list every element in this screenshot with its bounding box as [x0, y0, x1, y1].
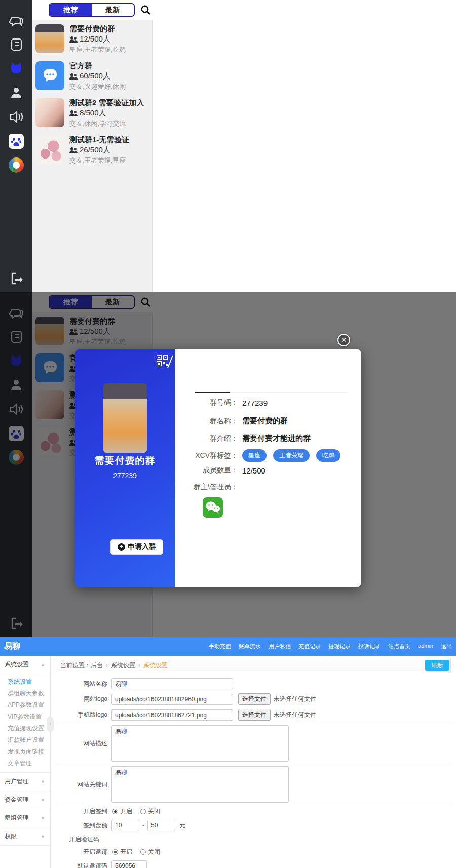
menu-label: 资金管理: [5, 796, 29, 804]
menu-label: 用户管理: [5, 777, 29, 786]
radio-label: 关闭: [148, 848, 160, 856]
close-icon[interactable]: ✕: [337, 334, 350, 346]
signin-open-radio[interactable]: [112, 809, 118, 814]
logout-icon[interactable]: [0, 271, 32, 286]
nav-manual-recharge[interactable]: 手动充值: [209, 643, 231, 650]
group-avatar-cat-large: [103, 383, 147, 453]
tencent-news-icon[interactable]: [0, 157, 32, 173]
groups-icon-active[interactable]: [0, 60, 32, 76]
form-row-signin: 开启签到 开启 关闭: [56, 805, 451, 818]
nav-logout[interactable]: 退出: [441, 643, 452, 650]
admin-header: 易聊 手动充值 账单流水 用户私信 充值记录 提现记录 投诉记录 站点首页 ad…: [0, 637, 456, 656]
nav-withdraw-records[interactable]: 提现记录: [328, 643, 351, 650]
tag-pill[interactable]: 王者荣耀: [273, 449, 310, 462]
field-label: 网站名称: [56, 680, 107, 688]
tab-bar: 推荐 最新: [49, 3, 135, 17]
members-icon: [69, 110, 78, 116]
group-title: 测试群1-无需验证: [69, 135, 129, 144]
menu-funds-mgmt[interactable]: 资金管理 ▼: [0, 791, 50, 809]
group-tags: 星座,王者荣耀,吃鸡: [69, 45, 126, 54]
menu-system-settings[interactable]: 系统设置 ▲: [0, 656, 50, 674]
site-name-input[interactable]: [111, 678, 233, 689]
nav-billing-flow[interactable]: 账单流水: [239, 643, 261, 650]
field-label: 手机版logo: [56, 711, 107, 719]
baidu-icon[interactable]: [0, 134, 32, 149]
apply-join-button[interactable]: + 申请入群: [110, 539, 163, 555]
group-row[interactable]: 官方群 60/500人 交友,兴趣爱好,休闲: [35, 60, 151, 94]
field-label: 默认邀请码: [56, 862, 107, 868]
amount-max-input[interactable]: [147, 820, 175, 831]
tag-pill[interactable]: 星座: [242, 449, 267, 462]
chat-app-window-dimmed: 推荐 最新 需要付费的群 12/500人 星座,王者荣耀,吃鸡 官方群: [0, 292, 456, 637]
field-value: 12/500: [242, 466, 265, 475]
group-browser: 推荐 最新 需要付费的群 12/500人 星座,王者荣耀,吃鸡 官方群: [32, 0, 456, 292]
menu-label: 权限: [5, 832, 17, 841]
chevron-down-icon: ▼: [41, 816, 45, 821]
invite-close-radio[interactable]: [140, 849, 146, 855]
group-title: 官方群: [69, 61, 126, 70]
group-member-count: 60/500人: [80, 71, 110, 81]
submenu-system-settings[interactable]: 系统设置: [0, 676, 50, 688]
tab-latest[interactable]: 最新: [92, 4, 134, 16]
submenu-remit-account[interactable]: 汇款账户设置: [0, 734, 50, 746]
menu-group-mgmt[interactable]: 群组管理 ▼: [0, 809, 50, 827]
speaker-icon[interactable]: [0, 109, 32, 125]
submenu-vip-params[interactable]: VIP参数设置: [0, 711, 50, 723]
group-avatar-chat: [35, 61, 64, 90]
group-tags: 交友,兴趣爱好,休闲: [69, 82, 126, 91]
breadcrumb-level1[interactable]: 系统设置: [111, 661, 135, 670]
invite-code-input[interactable]: [111, 860, 147, 868]
amount-min-input[interactable]: [111, 820, 139, 831]
field-group-number: 群号码： 277239: [175, 398, 361, 407]
nav-site-home[interactable]: 站点首页: [388, 643, 410, 650]
form-row-logo: 网站logo 选择文件 未选择任何文件: [56, 691, 451, 707]
mobile-logo-path-input[interactable]: [111, 709, 233, 721]
menu-user-mgmt[interactable]: 用户管理 ▼: [0, 773, 50, 791]
tag-pill[interactable]: 吃鸡: [316, 449, 340, 462]
modal-tab-underline: [195, 392, 347, 393]
refresh-button[interactable]: 刷新: [425, 660, 449, 671]
nav-user-messages[interactable]: 用户私信: [269, 643, 291, 650]
submenu-discover-links[interactable]: 发现页面链接: [0, 746, 50, 758]
field-label: 网站logo: [56, 695, 107, 703]
submenu-app-params[interactable]: APP参数设置: [0, 699, 50, 711]
wechat-admin-icon[interactable]: [203, 497, 223, 518]
field-admins: 群主\管理员：: [175, 483, 361, 492]
site-keywords-textarea[interactable]: 易聊: [111, 766, 289, 803]
nav-recharge-records[interactable]: 充值记录: [298, 643, 321, 650]
form-row-invite: 开启邀请 开启 关闭: [56, 846, 451, 858]
group-avatar-woman: [35, 98, 64, 127]
contacts-icon[interactable]: [0, 37, 32, 52]
site-description-textarea[interactable]: 易聊: [111, 725, 289, 762]
group-row[interactable]: 需要付费的群 12/500人 星座,王者荣耀,吃鸡: [35, 23, 151, 57]
chevron-up-icon: ▲: [41, 662, 45, 667]
profile-icon[interactable]: [0, 85, 32, 100]
group-row[interactable]: 测试群2 需要验证加入 8/500人 交友,休闲,学习交流: [35, 97, 151, 131]
chevron-down-icon: ▼: [41, 834, 45, 839]
invite-open-radio[interactable]: [112, 849, 118, 855]
signin-close-radio[interactable]: [140, 809, 146, 814]
breadcrumb: 当前位置：后台 › 系统设置 › 系统设置 刷新: [56, 659, 451, 672]
submenu-group-chat-params[interactable]: 群组聊天参数: [0, 688, 50, 699]
search-icon[interactable]: [139, 4, 153, 17]
tab-recommend[interactable]: 推荐: [50, 4, 92, 16]
brand-logo[interactable]: 易聊: [4, 641, 20, 652]
field-label: 网站描述: [56, 739, 107, 748]
choose-file-button[interactable]: 选择文件: [238, 709, 271, 721]
logo-path-input[interactable]: [111, 694, 233, 705]
nav-complaint-records[interactable]: 投诉记录: [358, 643, 381, 650]
submenu-article-mgmt[interactable]: 文章管理: [0, 758, 50, 769]
submenu-recharge-withdraw[interactable]: 充值提现设置: [0, 723, 50, 734]
field-label: 群号码：: [175, 398, 238, 407]
messages-icon[interactable]: [0, 14, 32, 29]
nav-admin-account[interactable]: admin: [418, 643, 433, 650]
form-row-site-name: 网站名称: [56, 676, 451, 691]
unit-label: 元: [179, 821, 185, 830]
modal-blue-panel: 需要付费的群 277239 + 申请入群: [75, 349, 175, 587]
radio-label: 开启: [120, 848, 132, 856]
choose-file-button[interactable]: 选择文件: [238, 693, 271, 705]
group-row[interactable]: 测试群1-无需验证 26/500人 交友,王者荣耀,星座: [35, 134, 151, 168]
menu-permissions[interactable]: 权限 ▼: [0, 827, 50, 846]
form-row-invite-code: 默认邀请码: [56, 858, 451, 868]
field-label: 开启验证码: [56, 835, 107, 844]
